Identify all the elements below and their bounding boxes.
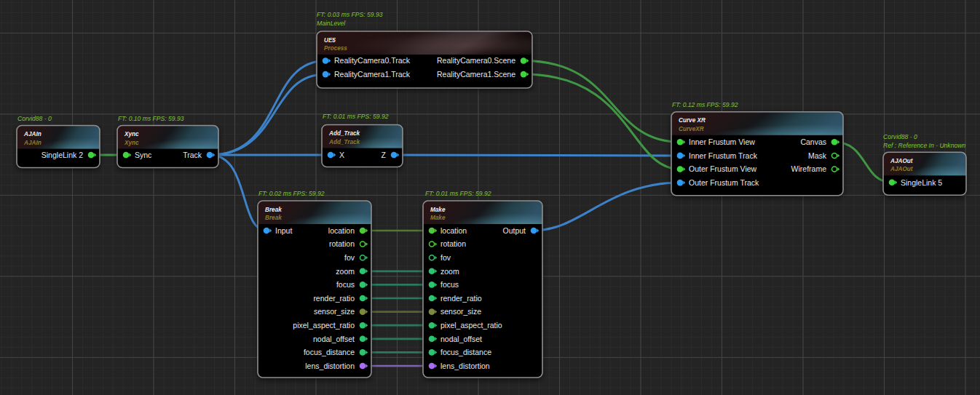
svg-text:sensor_size: sensor_size — [314, 307, 355, 316]
svg-text:RealityCamera0.Scene: RealityCamera0.Scene — [437, 56, 515, 65]
svg-text:FT: 0.10 ms FPS: 59.93: FT: 0.10 ms FPS: 59.93 — [118, 115, 184, 122]
svg-text:render_ratio: render_ratio — [440, 294, 482, 303]
svg-text:Inner Frustum View: Inner Frustum View — [689, 137, 755, 146]
svg-text:Outer Frustum View: Outer Frustum View — [689, 164, 757, 173]
svg-text:FT: 0.01 ms FPS: 59.92: FT: 0.01 ms FPS: 59.92 — [323, 113, 389, 120]
svg-text:location: location — [440, 226, 467, 235]
svg-text:focus_distance: focus_distance — [440, 348, 491, 356]
svg-text:nodal_offset: nodal_offset — [440, 335, 482, 343]
svg-text:nodal_offset: nodal_offset — [313, 335, 355, 343]
svg-text:zoom: zoom — [440, 267, 459, 276]
svg-text:RealityCamera1.Track: RealityCamera1.Track — [334, 70, 411, 79]
svg-text:AJAOut: AJAOut — [890, 158, 913, 164]
svg-text:AJAOut: AJAOut — [890, 166, 913, 172]
svg-text:Canvas: Canvas — [800, 137, 826, 146]
svg-text:CurveXR: CurveXR — [679, 126, 704, 132]
svg-text:Input: Input — [275, 226, 292, 235]
svg-text:Xync: Xync — [124, 140, 139, 146]
svg-text:Mask: Mask — [808, 151, 827, 160]
svg-text:RealityCamera0.Track: RealityCamera0.Track — [334, 56, 411, 65]
svg-text:FT: 0.03 ms FPS: 59.93: FT: 0.03 ms FPS: 59.93 — [317, 11, 383, 18]
svg-text:Track: Track — [183, 151, 202, 159]
svg-text:SingleLink 2: SingleLink 2 — [42, 151, 83, 159]
svg-text:rotation: rotation — [329, 239, 355, 248]
svg-text:Add_Track: Add_Track — [328, 130, 360, 137]
svg-text:Xync: Xync — [124, 131, 139, 137]
svg-text:focus_distance: focus_distance — [304, 348, 355, 356]
svg-text:Curve XR: Curve XR — [679, 117, 706, 124]
svg-text:Break: Break — [265, 207, 282, 213]
svg-text:zoom: zoom — [336, 267, 355, 276]
svg-text:fov: fov — [344, 253, 355, 262]
svg-text:Add_Track: Add_Track — [328, 139, 360, 145]
svg-text:Make: Make — [430, 215, 446, 221]
svg-text:focus: focus — [336, 280, 355, 289]
svg-text:AJAIn: AJAIn — [23, 140, 42, 146]
svg-text:location: location — [328, 226, 355, 235]
svg-text:AJAIn: AJAIn — [23, 131, 42, 137]
svg-text:Z: Z — [382, 151, 387, 159]
svg-text:Inner Frustum Track: Inner Frustum Track — [689, 151, 758, 160]
svg-text:FT: 0.01 ms FPS: 59.92: FT: 0.01 ms FPS: 59.92 — [425, 190, 491, 197]
svg-text:Ref : Reference In - Unknown: Ref : Reference In - Unknown — [883, 142, 965, 149]
svg-text:rotation: rotation — [440, 239, 466, 248]
svg-text:Corvid88 - 0: Corvid88 - 0 — [17, 115, 52, 122]
svg-text:sensor_size: sensor_size — [440, 307, 481, 316]
svg-text:focus: focus — [440, 280, 459, 289]
svg-text:UE5: UE5 — [324, 37, 336, 44]
svg-text:pixel_aspect_ratio: pixel_aspect_ratio — [440, 321, 502, 330]
svg-text:Make: Make — [430, 207, 446, 213]
svg-text:Break: Break — [265, 215, 282, 221]
svg-text:FT: 0.12 ms FPS: 59.92: FT: 0.12 ms FPS: 59.92 — [672, 101, 738, 108]
svg-text:lens_distortion: lens_distortion — [440, 362, 490, 370]
svg-text:Output: Output — [502, 226, 526, 235]
svg-text:FT: 0.02 ms FPS: 59.92: FT: 0.02 ms FPS: 59.92 — [258, 190, 325, 197]
svg-text:MainLevel: MainLevel — [317, 20, 346, 27]
svg-text:fov: fov — [440, 253, 451, 262]
svg-text:RealityCamera1.Scene: RealityCamera1.Scene — [437, 70, 515, 79]
svg-text:Corvid88 - 0: Corvid88 - 0 — [883, 133, 917, 140]
svg-text:lens_distortion: lens_distortion — [305, 362, 355, 370]
svg-text:X: X — [339, 151, 344, 159]
svg-text:Wireframe: Wireframe — [791, 164, 827, 173]
svg-text:Outer Frustum Track: Outer Frustum Track — [689, 178, 759, 187]
svg-text:Sync: Sync — [135, 151, 151, 159]
svg-text:SingleLink 5: SingleLink 5 — [901, 178, 942, 187]
svg-text:pixel_aspect_ratio: pixel_aspect_ratio — [293, 321, 355, 330]
svg-text:render_ratio: render_ratio — [313, 294, 355, 303]
svg-text:Process: Process — [324, 45, 347, 52]
